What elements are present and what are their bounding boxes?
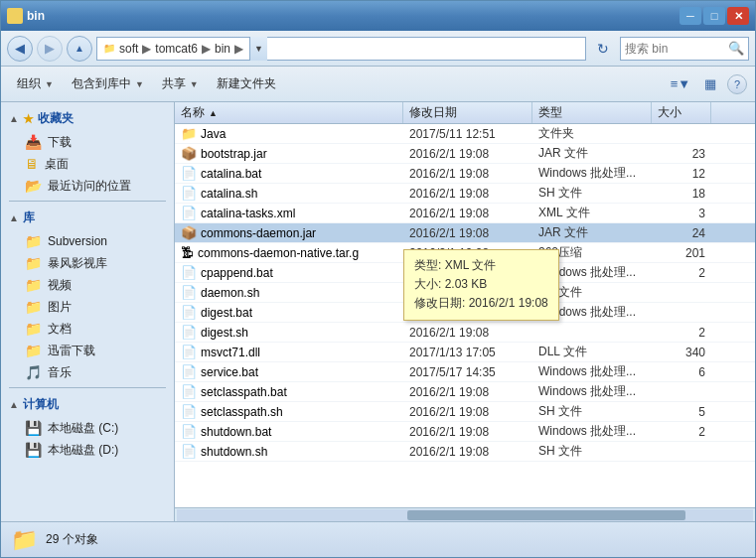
col-header-date[interactable]: 修改日期 xyxy=(403,102,532,123)
sidebar-item-local-d[interactable]: 💾 本地磁盘 (D:) xyxy=(1,439,174,461)
file-date: 2017/5/11 12:51 xyxy=(403,127,532,141)
file-size: 340 xyxy=(652,346,711,359)
view-mode-button[interactable]: ≡▼ xyxy=(668,71,693,97)
sidebar-item-desktop[interactable]: 🖥 桌面 xyxy=(1,153,174,175)
file-icon: 🗜 xyxy=(181,245,194,260)
tooltip-size: 大小: 2.03 KB xyxy=(414,275,548,294)
music-icon: 🎵 xyxy=(25,364,42,380)
file-type: SH 文件 xyxy=(532,443,652,460)
file-date: 2016/2/1 19:08 xyxy=(403,187,532,201)
sidebar-item-documents[interactable]: 📁 文档 xyxy=(1,318,174,340)
address-bar[interactable]: 📁 soft ▶ tomcat6 ▶ bin ▶ ▼ xyxy=(96,37,586,61)
table-row[interactable]: 📁Java 2017/5/11 12:51 文件夹 xyxy=(175,124,755,144)
sidebar-header-library[interactable]: ▲ 库 xyxy=(1,206,174,230)
search-input[interactable] xyxy=(625,42,728,56)
sidebar-item-music[interactable]: 🎵 音乐 xyxy=(1,361,174,383)
table-row[interactable]: 📄service.bat 2017/5/17 14:35 Windows 批处理… xyxy=(175,362,755,382)
table-row[interactable]: 📄shutdown.sh 2016/2/1 19:08 SH 文件 xyxy=(175,442,755,462)
h-scrollbar[interactable] xyxy=(175,507,755,521)
file-type: Windows 批处理... xyxy=(532,363,652,380)
table-row[interactable]: 📦bootstrap.jar 2016/2/1 19:08 JAR 文件 23 xyxy=(175,144,755,164)
bc-bin[interactable]: bin xyxy=(215,42,230,56)
sidebar-item-bfylibrary[interactable]: 📁 暴风影视库 xyxy=(1,252,174,274)
file-icon: 📄 xyxy=(181,345,197,359)
address-folder-icon: 📁 xyxy=(103,43,115,54)
include-library-button[interactable]: 包含到库中 ▼ xyxy=(64,71,152,97)
file-date: 2016/2/1 19:08 xyxy=(403,405,532,419)
refresh-button[interactable]: ↻ xyxy=(590,36,616,62)
col-header-name[interactable]: 名称 ▲ xyxy=(175,102,403,123)
file-date: 2016/2/1 19:08 xyxy=(403,425,532,439)
preview-pane-button[interactable]: ▦ xyxy=(697,71,723,97)
search-icon[interactable]: 🔍 xyxy=(728,41,744,56)
sidebar-item-thunder[interactable]: 📁 迅雷下载 xyxy=(1,340,174,361)
sidebar-item-downloads[interactable]: 📥 下载 xyxy=(1,131,174,153)
titlebar-left: bin xyxy=(7,8,45,24)
sidebar-item-recent-label: 最近访问的位置 xyxy=(48,178,131,195)
up-button[interactable]: ▲ xyxy=(67,36,92,62)
col-header-size[interactable]: 大小 xyxy=(652,102,711,123)
file-size: 2 xyxy=(652,425,711,439)
file-icon: 📄 xyxy=(181,186,197,201)
sidebar-item-pictures[interactable]: 📁 图片 xyxy=(1,296,174,318)
h-scroll-thumb[interactable] xyxy=(407,510,685,520)
h-scroll-track[interactable] xyxy=(177,509,753,521)
file-size: 24 xyxy=(652,226,711,240)
table-row[interactable]: 📄setclasspath.sh 2016/2/1 19:08 SH 文件 5 xyxy=(175,402,755,422)
table-row[interactable]: 📄catalina.bat 2016/2/1 19:08 Windows 批处理… xyxy=(175,164,755,184)
sidebar-header-computer[interactable]: ▲ 计算机 xyxy=(1,392,174,417)
file-size: 2 xyxy=(652,326,711,340)
help-button[interactable]: ? xyxy=(727,74,747,94)
table-row[interactable]: 📄msvct71.dll 2017/1/13 17:05 DLL 文件 340 xyxy=(175,343,755,362)
table-row[interactable]: 📄catalina-tasks.xml 2016/2/1 19:08 XML 文… xyxy=(175,204,755,223)
subversion-icon: 📁 xyxy=(25,233,42,249)
back-button[interactable]: ◀ xyxy=(7,36,33,62)
file-date: 2016/2/1 19:08 xyxy=(403,147,532,161)
window-title: bin xyxy=(27,9,45,23)
file-name: digest.bat xyxy=(201,306,252,320)
new-folder-button[interactable]: 新建文件夹 xyxy=(209,71,284,97)
library-dropdown-icon: ▼ xyxy=(135,79,144,89)
table-row[interactable]: 📦commons-daemon.jar 2016/2/1 19:08 JAR 文… xyxy=(175,223,755,243)
file-size: 2 xyxy=(652,266,711,280)
file-size: 6 xyxy=(652,365,711,379)
sidebar-item-downloads-label: 下载 xyxy=(48,134,72,151)
sidebar-item-recent[interactable]: 📂 最近访问的位置 xyxy=(1,175,174,197)
share-dropdown-icon: ▼ xyxy=(190,79,199,89)
pictures-icon: 📁 xyxy=(25,299,42,315)
computer-label: 计算机 xyxy=(23,396,59,413)
sidebar-item-subversion[interactable]: 📁 Subversion xyxy=(1,230,174,252)
col-header-type[interactable]: 类型 xyxy=(532,102,652,123)
search-box: 🔍 xyxy=(620,37,749,61)
file-name: Java xyxy=(201,127,226,141)
minimize-button[interactable]: ─ xyxy=(680,7,701,25)
sidebar-header-favorites[interactable]: ▲ ★ 收藏夹 xyxy=(1,106,174,131)
file-date: 2016/2/1 19:08 xyxy=(403,326,532,340)
sidebar-item-videos[interactable]: 📁 视频 xyxy=(1,274,174,296)
statusbar: 📁 29 个对象 xyxy=(1,521,755,557)
local-c-icon: 💾 xyxy=(25,420,42,436)
close-button[interactable]: ✕ xyxy=(727,7,749,25)
expand-icon: ▲ xyxy=(9,113,19,124)
file-date: 2017/5/17 14:35 xyxy=(403,365,532,379)
file-icon: 📄 xyxy=(181,384,197,399)
sidebar-item-local-c[interactable]: 💾 本地磁盘 (C:) xyxy=(1,417,174,439)
address-dropdown[interactable]: ▼ xyxy=(249,37,267,61)
table-row[interactable]: 📄digest.sh 2016/2/1 19:08 2 xyxy=(175,323,755,343)
maximize-button[interactable]: □ xyxy=(703,7,725,25)
share-button[interactable]: 共享 ▼ xyxy=(154,71,207,97)
table-row[interactable]: 📄catalina.sh 2016/2/1 19:08 SH 文件 18 xyxy=(175,184,755,204)
forward-button[interactable]: ▶ xyxy=(37,36,63,62)
file-date: 2017/1/13 17:05 xyxy=(403,346,532,359)
bc-soft[interactable]: soft xyxy=(119,42,138,56)
sidebar-item-desktop-label: 桌面 xyxy=(45,156,69,173)
breadcrumb: soft ▶ tomcat6 ▶ bin ▶ xyxy=(119,42,245,56)
bc-tomcat6[interactable]: tomcat6 xyxy=(155,42,198,56)
table-row[interactable]: 📄shutdown.bat 2016/2/1 19:08 Windows 批处理… xyxy=(175,422,755,442)
table-row[interactable]: 📄setclasspath.bat 2016/2/1 19:08 Windows… xyxy=(175,382,755,402)
file-size: 3 xyxy=(652,207,711,220)
file-size: 23 xyxy=(652,147,711,161)
sidebar-item-documents-label: 文档 xyxy=(48,321,72,338)
organize-button[interactable]: 组织 ▼ xyxy=(9,71,62,97)
file-icon: 📄 xyxy=(181,424,197,439)
